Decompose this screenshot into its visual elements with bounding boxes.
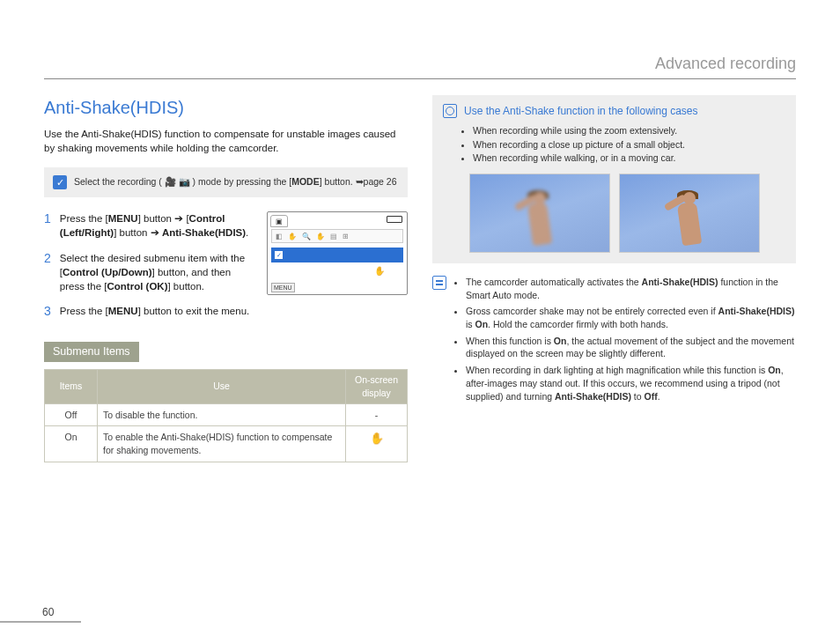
lcd-toolbar: ◧✋🔍✋▤⊞	[271, 229, 403, 243]
note-icon	[432, 276, 446, 290]
intro-text: Use the Anti-Shake(HDIS) function to com…	[44, 127, 408, 155]
lcd-screenshot: ▣ ◧✋🔍✋▤⊞ ✓ ✋ MENU	[267, 211, 408, 295]
mode-note-box: ✓ Select the recording ( 🎥 📷 ) mode by p…	[44, 167, 408, 197]
lcd-menu-label: MENU	[271, 283, 295, 293]
section-title: Anti-Shake(HDIS)	[44, 95, 408, 120]
camera-icon: 📷	[179, 176, 190, 187]
mode-note-text: Select the recording ( 🎥 📷 ) mode by pre…	[74, 175, 397, 188]
magnifier-icon	[443, 104, 457, 118]
video-icon: 🎥	[165, 176, 176, 187]
example-photo-shaky	[469, 174, 610, 253]
submenu-heading: Submenu Items	[44, 342, 139, 363]
th-display: On-screen display	[346, 370, 408, 403]
step-text: Select the desired submenu item with the…	[60, 251, 258, 293]
table-row: Off To disable the function. -	[45, 403, 408, 426]
submenu-table: Items Use On-screen display Off To disab…	[44, 369, 408, 462]
step-number: 1	[44, 211, 51, 240]
step-3: 3 Press the [MENU] button to exit the me…	[44, 304, 258, 319]
battery-icon	[387, 216, 402, 223]
usecase-title: Use the Anti-Shake function in the follo…	[464, 104, 698, 119]
list-item: When recording while using the zoom exte…	[473, 124, 785, 137]
list-item: Gross camcorder shake may not be entirel…	[466, 305, 796, 330]
list-item: When recording a close up picture of a s…	[473, 138, 785, 152]
step-text: Press the [MENU] button to exit the menu…	[60, 304, 249, 319]
lcd-tab-icon: ▣	[270, 215, 288, 227]
usecase-box: Use the Anti-Shake function in the follo…	[432, 95, 796, 263]
usecase-list: When recording while using the zoom exte…	[473, 124, 785, 165]
step-text: Press the [MENU] button ➔ [Control (Left…	[60, 211, 258, 240]
hand-icon: ✋	[374, 265, 385, 277]
step-number: 2	[44, 251, 51, 293]
th-items: Items	[45, 370, 98, 403]
list-item: When recording in dark lighting at high …	[466, 364, 796, 403]
header-rule	[44, 78, 796, 79]
list-item: When this function is On, the actual mov…	[466, 335, 796, 360]
page-number: 60	[42, 605, 54, 620]
hand-icon: ✋	[370, 432, 384, 445]
example-photo-stable	[619, 174, 760, 253]
table-row: On To enable the Anti-Shake(HDIS) functi…	[45, 426, 408, 462]
step-number: 3	[44, 304, 51, 319]
step-1: 1 Press the [MENU] button ➔ [Control (Le…	[44, 211, 258, 240]
step-2: 2 Select the desired submenu item with t…	[44, 251, 258, 293]
list-item: The camcorder automatically activates th…	[466, 276, 796, 301]
page-header-title: Advanced recording	[44, 53, 796, 75]
lcd-selected-row: ✓	[271, 248, 403, 262]
check-icon: ✓	[53, 175, 67, 189]
notes-block: The camcorder automatically activates th…	[432, 276, 796, 406]
th-use: Use	[98, 370, 346, 403]
list-item: When recording while walking, or in a mo…	[473, 152, 785, 165]
